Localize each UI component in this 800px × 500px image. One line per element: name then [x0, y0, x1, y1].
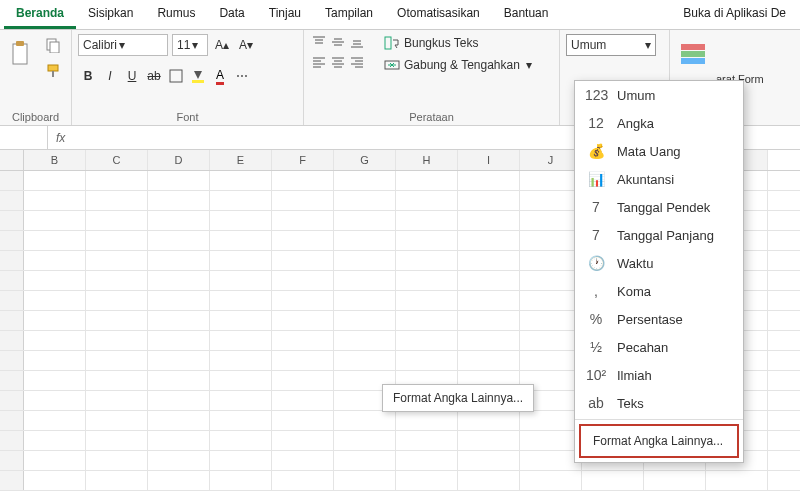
cell[interactable] [86, 471, 148, 491]
cell[interactable] [458, 451, 520, 471]
cell[interactable] [334, 431, 396, 451]
copy-button[interactable] [41, 34, 65, 56]
cell[interactable] [334, 251, 396, 271]
cell[interactable] [210, 211, 272, 231]
format-option[interactable]: abTeks [575, 389, 743, 417]
cell[interactable] [210, 451, 272, 471]
cell[interactable] [148, 191, 210, 211]
cell[interactable] [210, 411, 272, 431]
cell[interactable] [458, 351, 520, 371]
cell[interactable] [86, 331, 148, 351]
cell[interactable] [458, 171, 520, 191]
cell[interactable] [396, 311, 458, 331]
cell[interactable] [272, 411, 334, 431]
row-header[interactable] [0, 331, 24, 350]
cell[interactable] [458, 191, 520, 211]
cell[interactable] [458, 271, 520, 291]
cell[interactable] [272, 311, 334, 331]
cell[interactable] [520, 331, 582, 351]
col-header-B[interactable]: B [24, 150, 86, 170]
format-option[interactable]: 12Angka [575, 109, 743, 137]
font-color-button[interactable]: A [210, 66, 230, 86]
cell[interactable] [272, 171, 334, 191]
cell[interactable] [458, 291, 520, 311]
cell[interactable] [334, 291, 396, 311]
cell[interactable] [24, 431, 86, 451]
cell[interactable] [334, 351, 396, 371]
cell[interactable] [86, 411, 148, 431]
cell[interactable] [520, 471, 582, 491]
cell[interactable] [210, 371, 272, 391]
format-option[interactable]: 📊Akuntansi [575, 165, 743, 193]
cell[interactable] [334, 451, 396, 471]
cell[interactable] [210, 291, 272, 311]
cell[interactable] [334, 271, 396, 291]
row-header[interactable] [0, 211, 24, 230]
row-header[interactable] [0, 251, 24, 270]
col-header-F[interactable]: F [272, 150, 334, 170]
cell[interactable] [86, 171, 148, 191]
cell[interactable] [272, 271, 334, 291]
align-right-button[interactable] [348, 54, 366, 70]
cell[interactable] [210, 391, 272, 411]
cell[interactable] [334, 471, 396, 491]
tab-tinjau[interactable]: Tinjau [257, 0, 313, 29]
more-formats-button[interactable]: Format Angka Lainnya... [579, 424, 739, 458]
cell[interactable] [148, 391, 210, 411]
cell[interactable] [24, 351, 86, 371]
cell[interactable] [210, 331, 272, 351]
cell[interactable] [148, 351, 210, 371]
format-option[interactable]: 🕐Waktu [575, 249, 743, 277]
format-option[interactable]: ,Koma [575, 277, 743, 305]
borders-button[interactable] [166, 66, 186, 86]
cell[interactable] [148, 331, 210, 351]
row-header[interactable] [0, 291, 24, 310]
tab-bantuan[interactable]: Bantuan [492, 0, 561, 29]
row-header[interactable] [0, 371, 24, 390]
tab-data[interactable]: Data [207, 0, 256, 29]
col-header-H[interactable]: H [396, 150, 458, 170]
cell[interactable] [272, 251, 334, 271]
cell[interactable] [396, 211, 458, 231]
cell[interactable] [148, 371, 210, 391]
cell[interactable] [396, 191, 458, 211]
tab-rumus[interactable]: Rumus [145, 0, 207, 29]
cell[interactable] [86, 251, 148, 271]
italic-button[interactable]: I [100, 66, 120, 86]
cell[interactable] [520, 271, 582, 291]
wrap-text-button[interactable]: Bungkus Teks [380, 34, 536, 52]
cell[interactable] [396, 471, 458, 491]
more-font-button[interactable]: ⋯ [232, 66, 252, 86]
cell[interactable] [210, 171, 272, 191]
align-center-button[interactable] [329, 54, 347, 70]
merge-center-button[interactable]: Gabung & Tengahkan▾ [380, 56, 536, 74]
cell[interactable] [24, 271, 86, 291]
cell[interactable] [86, 391, 148, 411]
cell[interactable] [24, 391, 86, 411]
align-top-button[interactable] [310, 34, 328, 50]
cell[interactable] [86, 191, 148, 211]
cell[interactable] [210, 251, 272, 271]
cell[interactable] [396, 451, 458, 471]
cell[interactable] [520, 251, 582, 271]
cell[interactable] [272, 291, 334, 311]
cell[interactable] [86, 431, 148, 451]
cell[interactable] [396, 411, 458, 431]
row-header[interactable] [0, 191, 24, 210]
strike-button[interactable]: ab [144, 66, 164, 86]
cell[interactable] [520, 351, 582, 371]
cell[interactable] [24, 311, 86, 331]
format-option[interactable]: 7Tanggal Panjang [575, 221, 743, 249]
cell[interactable] [334, 211, 396, 231]
font-size-select[interactable]: 11▾ [172, 34, 208, 56]
cell[interactable] [458, 211, 520, 231]
format-painter-button[interactable] [41, 60, 65, 82]
cell[interactable] [396, 271, 458, 291]
cell[interactable] [520, 451, 582, 471]
cell[interactable] [396, 171, 458, 191]
cell[interactable] [458, 311, 520, 331]
align-middle-button[interactable] [329, 34, 347, 50]
cell[interactable] [86, 211, 148, 231]
cell[interactable] [148, 431, 210, 451]
tab-tampilan[interactable]: Tampilan [313, 0, 385, 29]
